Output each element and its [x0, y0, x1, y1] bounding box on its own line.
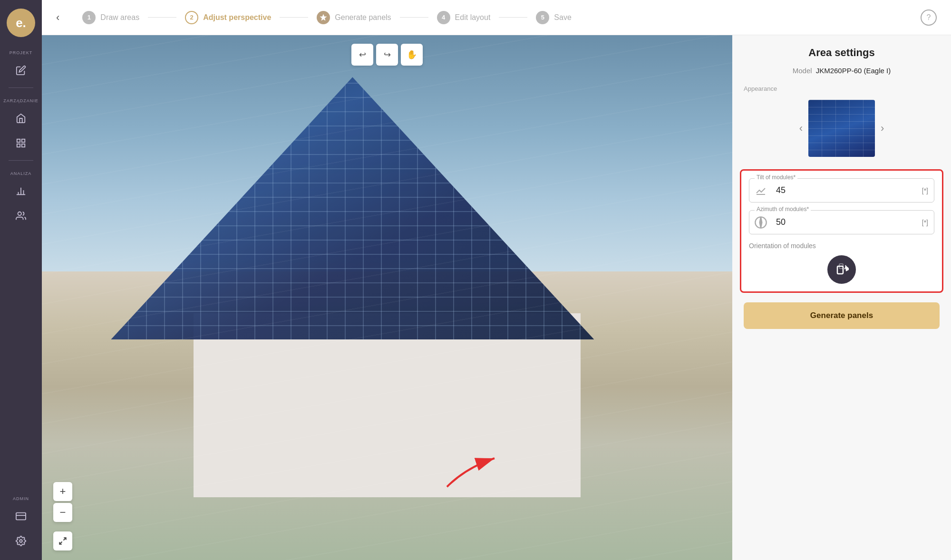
step-2-circle: 2 [185, 11, 198, 24]
step-4-label: Edit layout [455, 13, 491, 22]
generate-panels-button[interactable]: Generate panels [744, 302, 940, 329]
panel-title: Area settings [732, 35, 951, 67]
model-value: JKM260PP-60 (Eagle I) [816, 67, 891, 75]
sidebar-section-analiza: ANALIZA [10, 171, 32, 176]
sidebar: e. PROJEKT ZARZĄDZANIE ANALIZA [0, 0, 42, 560]
step-4[interactable]: 4 Edit layout [428, 11, 499, 24]
main-content: ‹ 1 Draw areas 2 Adjust perspective [42, 0, 951, 560]
content-area: ↩ ↪ ✋ + − [42, 35, 951, 560]
fullscreen-button[interactable] [53, 531, 72, 550]
help-button[interactable]: ? [921, 10, 937, 26]
app-logo[interactable]: e. [7, 9, 35, 37]
chart-icon[interactable] [10, 181, 31, 202]
sidebar-section-zarzadzanie: ZARZĄDZANIE [3, 98, 39, 103]
appearance-container: ‹ › [744, 96, 940, 164]
step-5[interactable]: 5 Save [527, 11, 580, 24]
appearance-prev-button[interactable]: ‹ [799, 122, 803, 135]
home-icon[interactable] [10, 108, 31, 129]
tilt-icon [749, 185, 772, 196]
azimuth-input-group: Azimuth of modules* N [*] [749, 210, 934, 234]
settings-icon[interactable] [10, 531, 31, 551]
topnav: ‹ 1 Draw areas 2 Adjust perspective [42, 0, 951, 35]
appearance-next-button[interactable]: › [881, 122, 884, 135]
step-separator-3 [400, 17, 428, 18]
redo-button[interactable]: ↪ [376, 44, 398, 66]
svg-rect-9 [16, 513, 26, 520]
tilt-input-group: Tilt of modules* [*] [749, 178, 934, 203]
zoom-out-button[interactable]: − [53, 503, 72, 522]
undo-button[interactable]: ↩ [351, 44, 373, 66]
svg-point-11 [19, 540, 22, 542]
map-area[interactable]: ↩ ↪ ✋ + − [42, 35, 732, 560]
back-button[interactable]: ‹ [56, 11, 59, 24]
compass-icon: N [749, 216, 772, 229]
tilt-field-row: [*] [749, 178, 934, 203]
orientation-button[interactable] [827, 255, 856, 284]
sidebar-section-projekt: PROJEKT [10, 50, 33, 55]
pan-button[interactable]: ✋ [401, 44, 423, 66]
appearance-section: Appearance ‹ › [732, 80, 951, 169]
users-icon[interactable] [10, 205, 31, 226]
svg-rect-20 [837, 266, 843, 274]
step-3-circle [317, 11, 330, 24]
step-2-label: Adjust perspective [203, 13, 271, 22]
svg-rect-3 [22, 144, 25, 147]
zoom-controls: + − [53, 482, 72, 522]
model-row: Model JKM260PP-60 (Eagle I) [732, 67, 951, 80]
card-icon[interactable] [10, 506, 31, 527]
azimuth-label: Azimuth of modules* [755, 206, 811, 212]
step-1[interactable]: 1 Draw areas [74, 11, 148, 24]
tilt-label: Tilt of modules* [755, 174, 797, 181]
zoom-in-button[interactable]: + [53, 482, 72, 501]
step-4-circle: 4 [437, 11, 450, 24]
step-1-circle: 1 [82, 11, 96, 24]
step-separator-1 [148, 17, 176, 18]
azimuth-unit: [*] [916, 212, 934, 233]
solar-panel-preview [808, 100, 875, 157]
azimuth-input[interactable] [772, 211, 916, 234]
svg-text:N: N [760, 217, 761, 220]
svg-rect-1 [22, 139, 25, 142]
model-label: Model [793, 67, 812, 75]
right-panel: Area settings Model JKM260PP-60 (Eagle I… [732, 35, 951, 560]
step-3-label: Generate panels [335, 13, 391, 22]
edit-icon[interactable] [10, 60, 31, 81]
step-separator-4 [499, 17, 527, 18]
step-5-circle: 5 [536, 11, 549, 24]
sidebar-section-admin: ADMIN [13, 496, 29, 501]
svg-rect-0 [17, 139, 20, 142]
map-toolbar: ↩ ↪ ✋ [351, 44, 423, 66]
tilt-unit: [*] [916, 180, 934, 201]
tilt-input[interactable] [772, 179, 916, 202]
svg-rect-2 [17, 144, 20, 147]
svg-marker-12 [320, 14, 327, 20]
orientation-section: Orientation of modules [749, 242, 934, 284]
house-image [42, 35, 732, 560]
orientation-label: Orientation of modules [749, 242, 934, 250]
svg-point-8 [18, 212, 21, 215]
step-3[interactable]: Generate panels [308, 11, 399, 24]
step-5-label: Save [554, 13, 571, 22]
grid-icon[interactable] [10, 133, 31, 154]
step-2[interactable]: 2 Adjust perspective [176, 11, 280, 24]
step-separator-2 [280, 17, 308, 18]
azimuth-field-row: N [*] [749, 210, 934, 234]
settings-highlight-box: Tilt of modules* [*] Azim [740, 169, 943, 293]
step-1-label: Draw areas [100, 13, 139, 22]
nav-steps: 1 Draw areas 2 Adjust perspective [74, 11, 921, 24]
appearance-label: Appearance [744, 85, 940, 92]
